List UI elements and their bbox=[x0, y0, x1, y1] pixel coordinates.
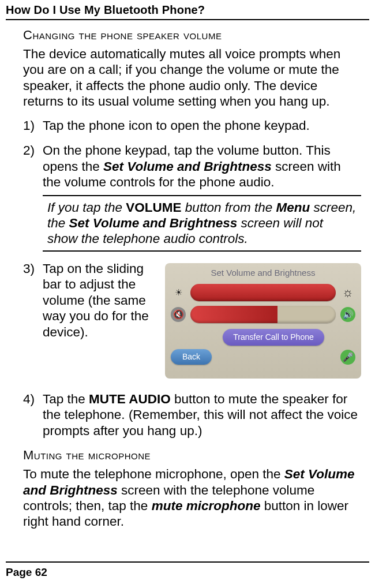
step-3: 3) Set Volume and Brightness ☀ ☼ 🔇 bbox=[23, 261, 361, 382]
step-number: 4) bbox=[23, 391, 43, 439]
speaker-on-icon[interactable]: 🔊 bbox=[340, 307, 355, 322]
text: button from the bbox=[182, 200, 276, 215]
page-footer: Page 62 bbox=[6, 561, 369, 579]
mute-audio-icon[interactable]: 🔇 bbox=[171, 307, 186, 322]
note-box: If you tap the VOLUME button from the Me… bbox=[43, 195, 361, 252]
steps-list: 1) Tap the phone icon to open the phone … bbox=[23, 118, 361, 439]
ui-name-menu: Menu bbox=[276, 200, 310, 215]
screenshot-panel: Set Volume and Brightness ☀ ☼ 🔇 🔊 bbox=[165, 263, 361, 379]
step-number: 3) bbox=[23, 261, 43, 382]
step-1: 1) Tap the phone icon to open the phone … bbox=[23, 118, 361, 133]
section2-body: To mute the telephone microphone, open t… bbox=[23, 466, 361, 530]
transfer-row: Transfer Call to Phone bbox=[171, 329, 355, 346]
volume-slider[interactable] bbox=[190, 306, 336, 323]
back-button[interactable]: Back bbox=[171, 349, 212, 365]
heading-text: Changing the phone speaker volume bbox=[23, 28, 222, 42]
step-text: Set Volume and Brightness ☀ ☼ 🔇 🔊 bbox=[43, 261, 361, 382]
volume-row: 🔇 🔊 bbox=[171, 306, 355, 323]
section-heading-speaker-volume: Changing the phone speaker volume bbox=[23, 28, 361, 43]
brightness-low-icon: ☀ bbox=[171, 285, 186, 300]
step-text: Tap the MUTE AUDIO button to mute the sp… bbox=[43, 391, 361, 439]
section-intro: The device automatically mutes all voice… bbox=[23, 46, 361, 110]
step-text: On the phone keypad, tap the volume butt… bbox=[43, 143, 361, 252]
step-number: 1) bbox=[23, 118, 43, 133]
ui-name-mute-audio: MUTE AUDIO bbox=[89, 392, 171, 406]
section-heading-muting-mic: Muting the microphone bbox=[23, 448, 361, 463]
text: Tap on the sliding bar to adjust the vol… bbox=[43, 261, 149, 339]
step-2: 2) On the phone keypad, tap the volume b… bbox=[23, 143, 361, 252]
bottom-row: Back 🎤 bbox=[171, 349, 355, 365]
text: Tap the bbox=[43, 392, 89, 406]
step-number: 2) bbox=[23, 143, 43, 252]
brightness-high-icon: ☼ bbox=[340, 285, 355, 300]
step-4: 4) Tap the MUTE AUDIO button to mute the… bbox=[23, 391, 361, 439]
page-content: Changing the phone speaker volume The de… bbox=[6, 20, 369, 530]
text: To mute the telephone microphone, open t… bbox=[23, 467, 284, 481]
mute-microphone-icon[interactable]: 🎤 bbox=[340, 350, 355, 365]
screenshot-set-volume-brightness: Set Volume and Brightness ☀ ☼ 🔇 🔊 bbox=[165, 263, 361, 379]
heading-text: Muting the microphone bbox=[23, 448, 151, 462]
step-text: Tap the phone icon to open the phone key… bbox=[43, 118, 361, 133]
brightness-row: ☀ ☼ bbox=[171, 284, 355, 301]
ui-name-mute-microphone: mute microphone bbox=[152, 499, 261, 513]
brightness-slider[interactable] bbox=[190, 284, 336, 301]
transfer-call-button[interactable]: Transfer Call to Phone bbox=[223, 329, 324, 346]
screenshot-title: Set Volume and Brightness bbox=[171, 267, 355, 282]
ui-name-set-volume-brightness: Set Volume and Brightness bbox=[69, 216, 238, 230]
page-header: How Do I Use My Bluetooth Phone? bbox=[6, 3, 369, 20]
text: If you tap the bbox=[47, 200, 126, 215]
ui-name-volume: VOLUME bbox=[126, 200, 181, 215]
ui-name-set-volume-brightness: Set Volume and Brightness bbox=[103, 159, 272, 174]
